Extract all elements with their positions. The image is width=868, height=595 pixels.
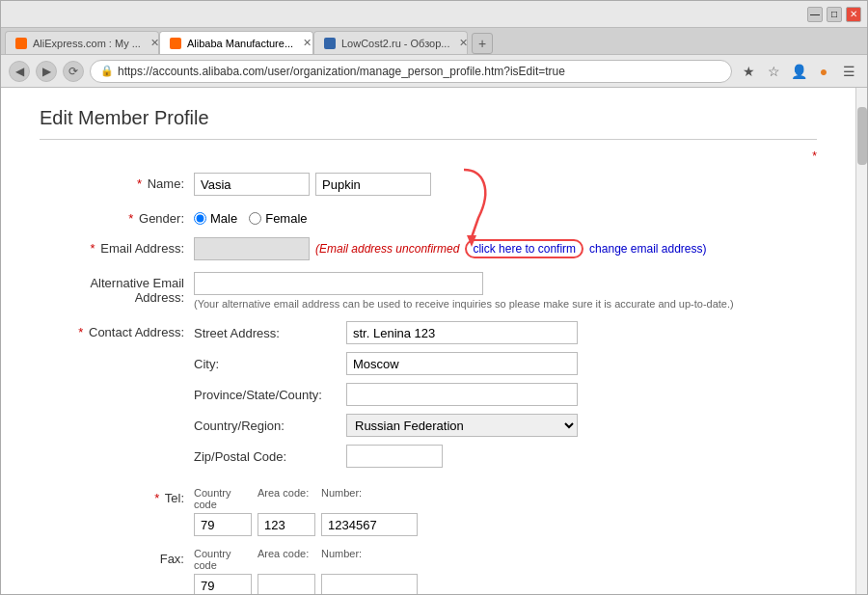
tel-control: Country code Area code: Number: (194, 487, 817, 536)
tab-close-lowcost[interactable]: ✕ (459, 37, 468, 49)
tel-country-code-label: Country code (194, 487, 252, 510)
change-email-link[interactable]: change email address) (589, 242, 706, 256)
toolbar-icons: ★ ☆ 👤 ● ☰ (738, 61, 859, 82)
email-control: (Email address unconfirmed click here to… (194, 237, 817, 260)
fax-area-code-label: Area code: (258, 548, 315, 571)
fax-control: Country code Area code: Number: (194, 548, 817, 594)
tel-number-input[interactable] (321, 513, 418, 536)
gender-options: Male Female (194, 207, 817, 226)
tab-label-aliexpress: AliExpress.com : My ... (33, 38, 141, 49)
contact-address-row: * Contact Address: Street Address: City:… (40, 321, 817, 475)
scrollbar[interactable] (855, 88, 867, 594)
fax-row: Fax: Country code Area code: Number: (40, 548, 817, 594)
alt-email-control: (Your alternative email address can be u… (194, 272, 817, 310)
country-select[interactable]: Russian Federation United States China G… (346, 414, 578, 437)
address-bar-row: ◀ ▶ ⟳ 🔒 https://accounts.alibaba.com/use… (1, 55, 867, 88)
tel-area-code-input[interactable] (258, 513, 315, 536)
tab-favicon-lowcost (324, 38, 336, 49)
forward-button[interactable]: ▶ (36, 61, 57, 82)
alt-email-note: (Your alternative email address can be u… (194, 298, 817, 310)
tab-lowcost[interactable]: LowCost2.ru - Обзор... ✕ (313, 31, 468, 54)
fax-label: Fax: (40, 548, 194, 566)
city-input[interactable] (346, 352, 578, 375)
gender-male-radio[interactable] (194, 212, 206, 225)
email-required-star: * (91, 241, 95, 256)
zip-label: Zip/Postal Code: (194, 449, 339, 464)
page-content: Edit Member Profile * * Name: * (1, 88, 867, 594)
province-input[interactable] (346, 383, 578, 406)
tel-required-star: * (154, 491, 159, 505)
contact-address-control: Street Address: City: Province/State/Cou… (194, 321, 817, 475)
back-button[interactable]: ◀ (9, 61, 30, 82)
tab-aliexpress[interactable]: AliExpress.com : My ... ✕ (5, 31, 159, 54)
maximize-button[interactable]: □ (827, 7, 842, 22)
tab-bar: AliExpress.com : My ... ✕ Alibaba Manufa… (1, 28, 867, 55)
tel-country-code-input[interactable] (194, 513, 252, 536)
gender-female-option[interactable]: Female (249, 211, 307, 226)
tab-label-alibaba: Alibaba Manufacture... (187, 38, 293, 49)
gender-label: * Gender: (40, 207, 194, 226)
gender-male-label: Male (210, 211, 237, 226)
tab-close-alibaba[interactable]: ✕ (303, 37, 312, 49)
alt-email-input[interactable] (194, 272, 483, 295)
email-masked (194, 237, 310, 260)
gender-male-option[interactable]: Male (194, 211, 237, 226)
street-input[interactable] (346, 321, 578, 344)
address-bar[interactable]: 🔒 https://accounts.alibaba.com/user/orga… (90, 60, 732, 83)
star-icon[interactable]: ☆ (763, 61, 784, 82)
fax-number-label: Number: (321, 548, 362, 571)
country-row: Country/Region: Russian Federation Unite… (194, 414, 817, 437)
user-icon[interactable]: 👤 (788, 61, 809, 82)
city-row: City: (194, 352, 817, 375)
email-unconfirmed-text: (Email address unconfirmed (315, 242, 459, 256)
close-button[interactable]: ✕ (846, 7, 861, 22)
tab-alibaba[interactable]: Alibaba Manufacture... ✕ (159, 31, 313, 54)
reload-button[interactable]: ⟳ (63, 61, 84, 82)
tel-label: * Tel: (40, 487, 194, 505)
province-row: Province/State/County: (194, 383, 817, 406)
name-label: * Name: (40, 173, 194, 191)
street-label: Street Address: (194, 326, 339, 340)
tab-close-aliexpress[interactable]: ✕ (150, 37, 159, 49)
street-row: Street Address: (194, 321, 817, 344)
lock-icon: 🔒 (100, 65, 114, 77)
title-bar: — □ ✕ (1, 1, 867, 28)
last-name-input[interactable] (315, 173, 431, 196)
tab-favicon-alibaba (170, 38, 181, 49)
menu-icon[interactable]: ☰ (838, 61, 859, 82)
fax-number-input[interactable] (321, 574, 418, 594)
tel-row: * Tel: Country code Area code: Number: (40, 487, 817, 536)
tel-area-code-label: Area code: (258, 487, 315, 510)
fax-country-code-input[interactable] (194, 574, 252, 594)
divider (40, 139, 817, 140)
scrollbar-thumb[interactable] (857, 107, 867, 165)
gender-female-label: Female (265, 211, 307, 226)
confirm-email-link[interactable]: click here to confirm (465, 239, 583, 258)
minimize-button[interactable]: — (807, 7, 823, 22)
first-name-input[interactable] (194, 173, 310, 196)
fax-country-code-label: Country code (194, 548, 252, 571)
name-row: * Name: (40, 173, 817, 196)
gender-required-star: * (128, 211, 133, 226)
alt-email-row: Alternative Email Address: (Your alterna… (40, 272, 817, 310)
tab-label-lowcost: LowCost2.ru - Обзор... (341, 38, 449, 49)
fax-area-code-input[interactable] (258, 574, 315, 594)
gender-row: * Gender: Male Female (40, 207, 817, 226)
email-label: * Email Address: (40, 237, 194, 256)
new-tab-button[interactable]: + (472, 33, 493, 54)
zip-input[interactable] (346, 445, 443, 468)
address-text: https://accounts.alibaba.com/user/organi… (118, 65, 565, 78)
browser-window: — □ ✕ AliExpress.com : My ... ✕ Alibaba … (0, 0, 868, 595)
city-label: City: (194, 357, 339, 371)
zip-row: Zip/Postal Code: (194, 445, 817, 468)
email-row: * Email Address: (Email address unconfir… (40, 237, 817, 260)
tel-inputs (194, 513, 817, 536)
country-label: Country/Region: (194, 419, 339, 433)
province-label: Province/State/County: (194, 388, 339, 402)
name-required-star: * (137, 176, 142, 191)
main-content-area: Edit Member Profile * * Name: * (1, 88, 855, 594)
tel-number-label: Number: (321, 487, 362, 510)
bookmark-icon[interactable]: ★ (738, 61, 759, 82)
gender-female-radio[interactable] (249, 212, 261, 225)
orange-icon[interactable]: ● (813, 61, 834, 82)
